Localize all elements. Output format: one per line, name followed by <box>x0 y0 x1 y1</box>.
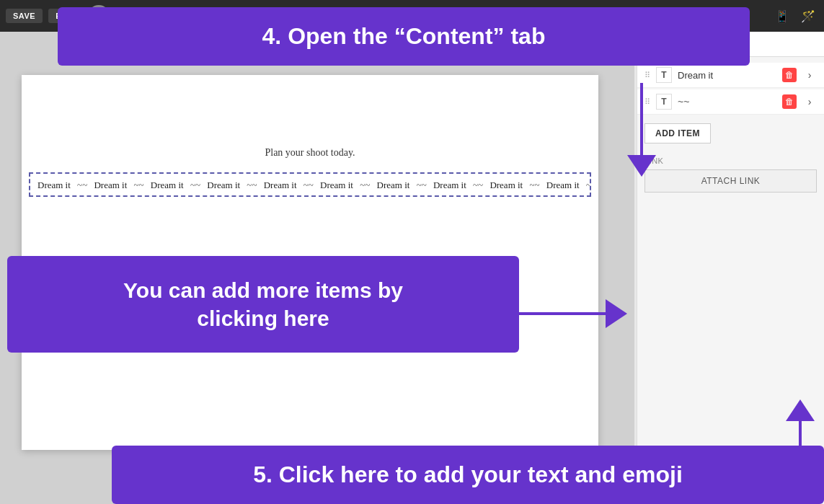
marquee-item: Dream it <box>489 180 523 190</box>
annotation-left: You can add more items by clicking here <box>7 256 519 353</box>
item-text-2: ~~ <box>678 96 776 107</box>
panel-item-2: ⠿ T ~~ 🗑 › <box>637 89 824 115</box>
marquee-sep: ~~ <box>360 180 370 190</box>
marquee-sep: ~~ <box>529 180 539 190</box>
arrow-right-line <box>519 312 606 315</box>
arrow-down-top <box>627 83 656 177</box>
link-section: LINK ATTACH LINK <box>637 151 824 198</box>
attach-link-button[interactable]: ATTACH LINK <box>644 169 817 193</box>
marquee-container: Dream it ~~ Dream it ~~ Dream it ~~ Drea… <box>29 172 591 197</box>
marquee-sep: ~~ <box>417 180 427 190</box>
marquee-item: Dream it <box>377 180 410 190</box>
annotation-top: 4. Open the “Content” tab <box>58 7 750 66</box>
arrow-right-head <box>606 299 627 328</box>
delete-item-1[interactable]: 🗑 <box>782 68 797 82</box>
panel-content: ⠿ T Dream it 🗑 › ⠿ T ~~ 🗑 › ADD ITEM LIN… <box>637 57 824 204</box>
marquee-item: Dream it <box>151 180 184 190</box>
marquee-sep: ~~ <box>134 180 144 190</box>
item-icon-1: T <box>656 67 672 83</box>
marquee-content: Dream it ~~ Dream it ~~ Dream it ~~ Drea… <box>37 180 591 191</box>
arrow-up-head <box>786 399 815 421</box>
marquee-item: Dream it <box>94 180 127 190</box>
marquee-item: Dream it <box>433 180 466 190</box>
marquee-item: Dream it <box>37 180 71 190</box>
item-text-1: Dream it <box>678 70 776 81</box>
expand-item-2[interactable]: › <box>802 94 817 109</box>
expand-item-1[interactable]: › <box>802 68 817 82</box>
plan-text: Plan your shoot today. <box>22 147 598 159</box>
link-label: LINK <box>644 156 817 165</box>
marquee-sep: ~~ <box>190 180 200 190</box>
panel-item-1: ⠿ T Dream it 🗑 › <box>637 63 824 88</box>
marquee-sep: ~~ <box>247 180 257 190</box>
marquee-sep: ~~ <box>586 180 591 190</box>
marquee-sep: ~~ <box>77 180 87 190</box>
marquee-item: Dream it <box>207 180 240 190</box>
save-button[interactable]: SAVE <box>6 9 43 23</box>
marquee-sep: ~~ <box>304 180 314 190</box>
annotation-bottom: 5. Click here to add your text and emoji <box>112 446 824 504</box>
mobile-icon[interactable]: 📱 <box>772 6 792 26</box>
marquee-item: Dream it <box>264 180 297 190</box>
delete-item-2[interactable]: 🗑 <box>782 94 797 109</box>
marquee-item: Dream it <box>546 180 580 190</box>
marquee-sep: ~~ <box>473 180 483 190</box>
drag-handle-1[interactable]: ⠿ <box>644 71 650 80</box>
item-icon-2: T <box>656 94 672 110</box>
arrow-right <box>519 299 627 328</box>
marquee-item: Dream it <box>320 180 353 190</box>
wand-icon[interactable]: 🪄 <box>798 6 818 26</box>
toolbar-right: 📱 🪄 <box>772 6 818 26</box>
